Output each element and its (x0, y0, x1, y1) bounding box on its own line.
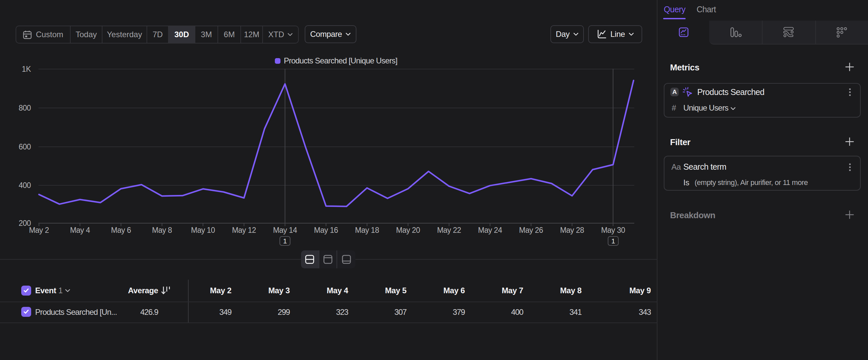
svg-text:May 4: May 4 (70, 226, 90, 234)
svg-text:May 28: May 28 (560, 226, 584, 234)
svg-text:400: 400 (19, 181, 31, 190)
svg-text:May 12: May 12 (232, 226, 256, 234)
svg-text:May 26: May 26 (519, 226, 543, 234)
svg-text:May 14: May 14 (273, 226, 297, 234)
svg-text:May 6: May 6 (111, 226, 131, 234)
svg-text:1K: 1K (22, 65, 31, 74)
svg-text:600: 600 (19, 142, 31, 151)
svg-text:May 16: May 16 (314, 226, 338, 234)
svg-text:May 30: May 30 (601, 226, 625, 234)
svg-text:May 20: May 20 (396, 226, 420, 234)
svg-text:800: 800 (19, 104, 31, 112)
svg-text:May 22: May 22 (437, 226, 461, 234)
svg-text:May 10: May 10 (191, 226, 215, 234)
svg-text:May 24: May 24 (478, 226, 502, 234)
svg-text:May 2: May 2 (29, 226, 49, 234)
svg-text:May 18: May 18 (355, 226, 379, 234)
svg-text:May 8: May 8 (152, 226, 172, 234)
